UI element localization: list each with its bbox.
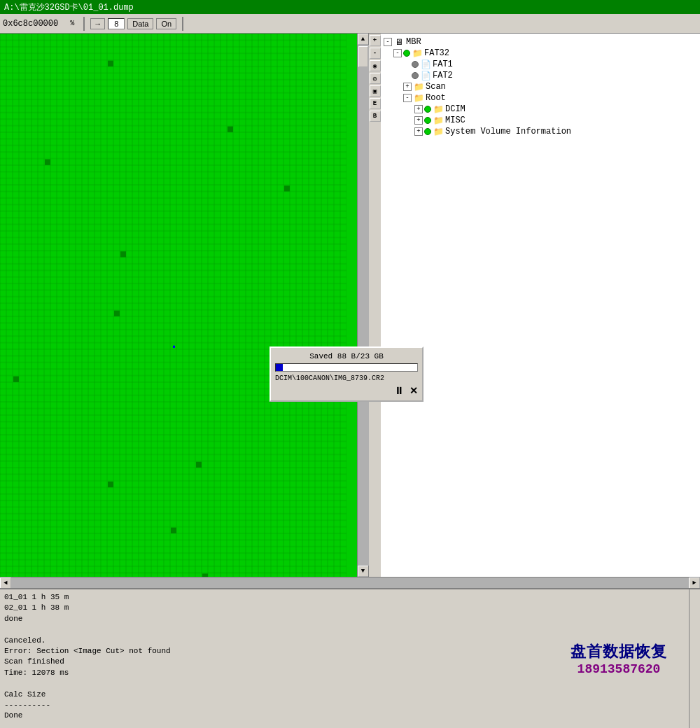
dot-misc: [424, 117, 431, 124]
arrow-button[interactable]: →: [90, 18, 105, 29]
folder-scan-icon: 📁: [413, 82, 424, 92]
svi-label: System Volume Information: [445, 127, 571, 136]
brand-panel: 盘首数据恢复 18913587620: [549, 589, 689, 728]
folder-fat32-icon: 📁: [412, 48, 423, 58]
side-btn-e[interactable]: E: [370, 98, 381, 109]
log-line: [4, 678, 545, 689]
progress-bar-container: [275, 363, 418, 372]
tree-item-dcim[interactable]: + 📁 DCIM: [384, 104, 697, 115]
file-fat1-icon: 📄: [420, 59, 431, 69]
tree-item-root[interactable]: - 📁 Root: [384, 92, 697, 104]
dot-svi: [424, 128, 431, 135]
scroll-up-btn[interactable]: ▲: [358, 34, 369, 45]
title-text: A:\雷克沙32GSD卡\01_01.dump: [4, 1, 134, 13]
folder-misc-icon: 📁: [433, 115, 444, 125]
side-btn-view1[interactable]: ◉: [370, 60, 381, 71]
log-line: Canceled.: [4, 636, 545, 646]
side-btn-zoom-out[interactable]: -: [370, 48, 381, 59]
on-toggle[interactable]: On: [156, 18, 176, 29]
dot-dcim: [424, 106, 431, 113]
h-scroll-track[interactable]: [11, 578, 689, 589]
percent-icon: %: [66, 18, 78, 29]
scroll-down-btn[interactable]: ▼: [358, 566, 369, 577]
side-toolbar: + - ◉ ◎ ▣ E B: [368, 34, 381, 577]
fat2-label: FAT2: [433, 71, 453, 80]
bottom-area: 01_01 1 h 35 m02_01 1 h 38 mdone Cancele…: [0, 588, 700, 728]
scroll-left-btn[interactable]: ◄: [0, 578, 11, 589]
log-line: Time: 12078 ms: [4, 668, 545, 678]
dialog-controls: ⏸ ✕: [275, 385, 418, 396]
dcim-label: DCIM: [445, 104, 465, 114]
dialog-path: DCIM\100CANON\IMG_8739.CR2: [275, 374, 418, 382]
top-toolbar: 0x6c8c00000 % → Data On: [0, 14, 700, 34]
misc-label: MISC: [445, 115, 465, 125]
log-line: [4, 722, 545, 728]
log-line: done: [4, 614, 545, 624]
tree-item-scan[interactable]: + 📁 Scan: [384, 81, 697, 92]
tree-item-svi[interactable]: + 📁 System Volume Information: [384, 126, 697, 137]
dot-fat1: [412, 61, 419, 68]
progress-dialog: Saved 88 B/23 GB DCIM\100CANON\IMG_8739.…: [270, 346, 424, 402]
expand-svi[interactable]: +: [414, 127, 423, 136]
tree-item-misc[interactable]: + 📁 MISC: [384, 115, 697, 126]
expand-mbr[interactable]: -: [384, 38, 392, 46]
toolbar-separator: [83, 17, 85, 31]
side-btn-view3[interactable]: ▣: [370, 85, 381, 97]
tree-item-fat32[interactable]: - 📁 FAT32: [384, 48, 697, 59]
scroll-track[interactable]: [358, 45, 369, 566]
side-btn-b[interactable]: B: [370, 111, 381, 122]
expand-misc[interactable]: +: [414, 116, 423, 125]
pause-button[interactable]: ⏸: [394, 385, 404, 396]
tree-panel: - 🖥 MBR - 📁 FAT32 📄 FAT1: [381, 34, 700, 577]
hex-canvas: [0, 34, 346, 577]
scan-label: Scan: [426, 82, 446, 92]
side-btn-zoom-in[interactable]: +: [370, 35, 381, 46]
log-line: ----------: [4, 700, 545, 710]
title-bar: A:\雷克沙32GSD卡\01_01.dump: [0, 0, 700, 14]
mbr-icon: 🖥: [393, 37, 405, 47]
brand-name: 盘首数据恢复: [570, 641, 667, 662]
folder-root-icon: 📁: [413, 93, 424, 103]
fat1-label: FAT1: [433, 59, 453, 69]
scroll-right-btn[interactable]: ►: [689, 578, 700, 589]
log-line: 02_01 1 h 38 m: [4, 603, 545, 613]
log-line: Error: Section <Image Cut> not found: [4, 646, 545, 657]
close-button[interactable]: ✕: [410, 385, 418, 396]
hex-scrollbar[interactable]: ▲ ▼: [357, 34, 368, 577]
dialog-title: Saved 88 B/23 GB: [275, 352, 418, 360]
root-label: Root: [426, 93, 446, 103]
tree-item-mbr[interactable]: - 🖥 MBR: [384, 36, 697, 48]
expand-fat32[interactable]: -: [393, 49, 402, 57]
fat32-label: FAT32: [424, 48, 449, 58]
scroll-thumb[interactable]: [358, 46, 368, 67]
hex-grid-panel: [0, 34, 357, 577]
tree-item-fat2[interactable]: 📄 FAT2: [384, 70, 697, 81]
bottom-scrollbar: ◄ ►: [0, 577, 700, 588]
log-line: [4, 624, 545, 635]
log-line: Done: [4, 710, 545, 721]
expand-dcim[interactable]: +: [414, 105, 423, 113]
data-button[interactable]: Data: [127, 18, 153, 29]
tree-item-fat1[interactable]: 📄 FAT1: [384, 59, 697, 70]
log-scrollbar[interactable]: [689, 589, 700, 728]
log-line: Scan finished: [4, 657, 545, 667]
mbr-label: MBR: [406, 37, 421, 47]
side-btn-view2[interactable]: ◎: [370, 73, 381, 84]
log-line: Calc Size: [4, 690, 545, 700]
toolbar-separator2: [182, 17, 183, 31]
address-display: 0x6c8c00000: [3, 19, 58, 29]
dot-fat2: [412, 72, 419, 79]
progress-bar-fill: [276, 364, 283, 371]
dot-fat32: [403, 50, 410, 57]
log-panel: 01_01 1 h 35 m02_01 1 h 38 mdone Cancele…: [0, 589, 549, 728]
number-input[interactable]: [108, 18, 125, 29]
brand-phone: 18913587620: [578, 662, 661, 676]
folder-svi-icon: 📁: [433, 127, 444, 136]
file-fat2-icon: 📄: [420, 71, 431, 80]
folder-dcim-icon: 📁: [433, 104, 444, 114]
log-line: 01_01 1 h 35 m: [4, 592, 545, 603]
expand-root[interactable]: -: [403, 94, 412, 102]
expand-scan[interactable]: +: [403, 83, 412, 91]
